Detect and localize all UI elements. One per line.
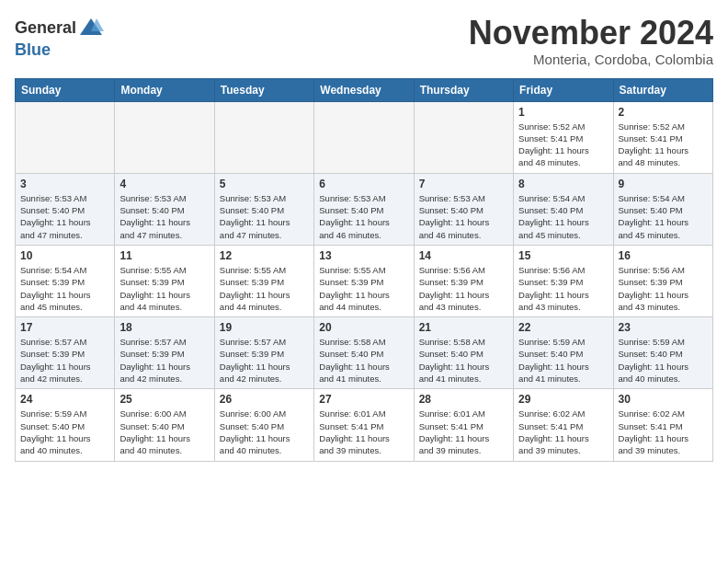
day-info: Sunrise: 5:53 AM Sunset: 5:40 PM Dayligh…	[220, 192, 309, 241]
calendar-cell: 11Sunrise: 5:55 AM Sunset: 5:39 PM Dayli…	[115, 245, 214, 316]
day-info: Sunrise: 6:02 AM Sunset: 5:41 PM Dayligh…	[619, 408, 708, 456]
calendar-week-2: 3Sunrise: 5:53 AM Sunset: 5:40 PM Daylig…	[16, 173, 713, 245]
day-info: Sunrise: 5:56 AM Sunset: 5:39 PM Dayligh…	[619, 264, 708, 313]
calendar-cell	[214, 101, 313, 173]
day-info: Sunrise: 5:53 AM Sunset: 5:40 PM Dayligh…	[119, 192, 209, 241]
calendar-cell	[314, 101, 414, 173]
calendar-cell: 12Sunrise: 5:55 AM Sunset: 5:39 PM Dayli…	[214, 245, 313, 316]
day-number: 30	[619, 393, 708, 406]
calendar-cell: 6Sunrise: 5:53 AM Sunset: 5:40 PM Daylig…	[314, 173, 414, 245]
day-number: 4	[119, 178, 209, 190]
calendar-cell: 30Sunrise: 6:02 AM Sunset: 5:41 PM Dayli…	[613, 389, 712, 461]
weekday-thursday: Thursday	[414, 78, 513, 101]
day-info: Sunrise: 5:56 AM Sunset: 5:39 PM Dayligh…	[419, 264, 508, 313]
day-number: 17	[20, 321, 109, 334]
logo-general: General	[15, 18, 76, 38]
day-number: 9	[619, 178, 708, 190]
weekday-tuesday: Tuesday	[214, 78, 313, 101]
day-number: 7	[419, 178, 508, 190]
calendar-cell: 29Sunrise: 6:02 AM Sunset: 5:41 PM Dayli…	[514, 389, 613, 461]
day-info: Sunrise: 5:56 AM Sunset: 5:39 PM Dayligh…	[518, 264, 608, 313]
day-number: 3	[20, 178, 109, 190]
weekday-header-row: SundayMondayTuesdayWednesdayThursdayFrid…	[16, 78, 713, 101]
calendar-cell: 18Sunrise: 5:57 AM Sunset: 5:39 PM Dayli…	[115, 317, 214, 389]
day-number: 29	[518, 393, 608, 406]
day-number: 18	[119, 321, 209, 334]
logo-icon	[78, 15, 104, 40]
calendar-cell: 19Sunrise: 5:57 AM Sunset: 5:39 PM Dayli…	[214, 317, 313, 389]
day-info: Sunrise: 5:57 AM Sunset: 5:39 PM Dayligh…	[220, 336, 309, 385]
day-number: 28	[419, 393, 508, 406]
day-number: 15	[518, 249, 608, 262]
day-number: 23	[619, 321, 708, 334]
weekday-saturday: Saturday	[613, 78, 712, 101]
calendar-header: SundayMondayTuesdayWednesdayThursdayFrid…	[16, 78, 713, 101]
day-info: Sunrise: 5:59 AM Sunset: 5:40 PM Dayligh…	[619, 336, 708, 385]
page-header: General Blue November 2024 Monteria, Cor…	[15, 15, 713, 67]
day-number: 22	[518, 321, 608, 334]
day-info: Sunrise: 6:00 AM Sunset: 5:40 PM Dayligh…	[220, 408, 309, 456]
weekday-sunday: Sunday	[16, 78, 115, 101]
day-info: Sunrise: 6:02 AM Sunset: 5:41 PM Dayligh…	[518, 408, 608, 456]
day-number: 27	[319, 393, 408, 406]
calendar-cell: 16Sunrise: 5:56 AM Sunset: 5:39 PM Dayli…	[613, 245, 712, 316]
day-number: 19	[220, 321, 309, 334]
day-info: Sunrise: 5:54 AM Sunset: 5:40 PM Dayligh…	[619, 192, 708, 241]
day-info: Sunrise: 5:55 AM Sunset: 5:39 PM Dayligh…	[319, 264, 408, 313]
calendar-cell: 27Sunrise: 6:01 AM Sunset: 5:41 PM Dayli…	[314, 389, 414, 461]
calendar-cell: 1Sunrise: 5:52 AM Sunset: 5:41 PM Daylig…	[514, 101, 613, 173]
logo: General Blue	[15, 15, 104, 60]
day-info: Sunrise: 5:52 AM Sunset: 5:41 PM Dayligh…	[518, 121, 608, 169]
day-number: 26	[220, 393, 309, 406]
calendar-cell: 7Sunrise: 5:53 AM Sunset: 5:40 PM Daylig…	[414, 173, 513, 245]
calendar-week-4: 17Sunrise: 5:57 AM Sunset: 5:39 PM Dayli…	[16, 317, 713, 389]
day-info: Sunrise: 5:59 AM Sunset: 5:40 PM Dayligh…	[518, 336, 608, 385]
day-info: Sunrise: 5:58 AM Sunset: 5:40 PM Dayligh…	[419, 336, 508, 385]
weekday-monday: Monday	[115, 78, 214, 101]
day-info: Sunrise: 5:57 AM Sunset: 5:39 PM Dayligh…	[119, 336, 209, 385]
day-info: Sunrise: 6:01 AM Sunset: 5:41 PM Dayligh…	[319, 408, 408, 456]
calendar-cell: 2Sunrise: 5:52 AM Sunset: 5:41 PM Daylig…	[613, 101, 712, 173]
calendar-cell	[16, 101, 115, 173]
calendar-cell: 4Sunrise: 5:53 AM Sunset: 5:40 PM Daylig…	[115, 173, 214, 245]
day-info: Sunrise: 5:59 AM Sunset: 5:40 PM Dayligh…	[20, 408, 109, 456]
day-number: 20	[319, 321, 408, 334]
day-info: Sunrise: 5:58 AM Sunset: 5:40 PM Dayligh…	[319, 336, 408, 385]
day-number: 5	[220, 178, 309, 190]
calendar-cell: 25Sunrise: 6:00 AM Sunset: 5:40 PM Dayli…	[115, 389, 214, 461]
calendar-cell: 24Sunrise: 5:59 AM Sunset: 5:40 PM Dayli…	[16, 389, 115, 461]
day-info: Sunrise: 5:53 AM Sunset: 5:40 PM Dayligh…	[20, 192, 109, 241]
calendar-week-1: 1Sunrise: 5:52 AM Sunset: 5:41 PM Daylig…	[16, 101, 713, 173]
calendar-body: 1Sunrise: 5:52 AM Sunset: 5:41 PM Daylig…	[16, 101, 713, 461]
calendar-cell: 5Sunrise: 5:53 AM Sunset: 5:40 PM Daylig…	[214, 173, 313, 245]
day-number: 8	[518, 178, 608, 190]
calendar-week-3: 10Sunrise: 5:54 AM Sunset: 5:39 PM Dayli…	[16, 245, 713, 316]
calendar-cell: 21Sunrise: 5:58 AM Sunset: 5:40 PM Dayli…	[414, 317, 513, 389]
calendar-cell: 9Sunrise: 5:54 AM Sunset: 5:40 PM Daylig…	[613, 173, 712, 245]
calendar-week-5: 24Sunrise: 5:59 AM Sunset: 5:40 PM Dayli…	[16, 389, 713, 461]
calendar-cell: 20Sunrise: 5:58 AM Sunset: 5:40 PM Dayli…	[314, 317, 414, 389]
day-number: 13	[319, 249, 408, 262]
calendar-cell: 17Sunrise: 5:57 AM Sunset: 5:39 PM Dayli…	[16, 317, 115, 389]
day-info: Sunrise: 5:55 AM Sunset: 5:39 PM Dayligh…	[220, 264, 309, 313]
day-number: 6	[319, 178, 408, 190]
day-number: 10	[20, 249, 109, 262]
day-number: 21	[419, 321, 508, 334]
calendar-cell: 13Sunrise: 5:55 AM Sunset: 5:39 PM Dayli…	[314, 245, 414, 316]
calendar-cell: 15Sunrise: 5:56 AM Sunset: 5:39 PM Dayli…	[514, 245, 613, 316]
day-number: 16	[619, 249, 708, 262]
calendar-cell: 22Sunrise: 5:59 AM Sunset: 5:40 PM Dayli…	[514, 317, 613, 389]
day-number: 25	[119, 393, 209, 406]
day-info: Sunrise: 6:01 AM Sunset: 5:41 PM Dayligh…	[419, 408, 508, 456]
day-number: 14	[419, 249, 508, 262]
day-info: Sunrise: 5:54 AM Sunset: 5:40 PM Dayligh…	[518, 192, 608, 241]
day-number: 2	[619, 106, 708, 119]
weekday-wednesday: Wednesday	[314, 78, 414, 101]
calendar-cell: 26Sunrise: 6:00 AM Sunset: 5:40 PM Dayli…	[214, 389, 313, 461]
day-number: 11	[119, 249, 209, 262]
day-info: Sunrise: 5:55 AM Sunset: 5:39 PM Dayligh…	[119, 264, 209, 313]
logo-blue: Blue	[15, 40, 51, 59]
day-info: Sunrise: 6:00 AM Sunset: 5:40 PM Dayligh…	[119, 408, 209, 456]
day-info: Sunrise: 5:53 AM Sunset: 5:40 PM Dayligh…	[419, 192, 508, 241]
weekday-friday: Friday	[514, 78, 613, 101]
